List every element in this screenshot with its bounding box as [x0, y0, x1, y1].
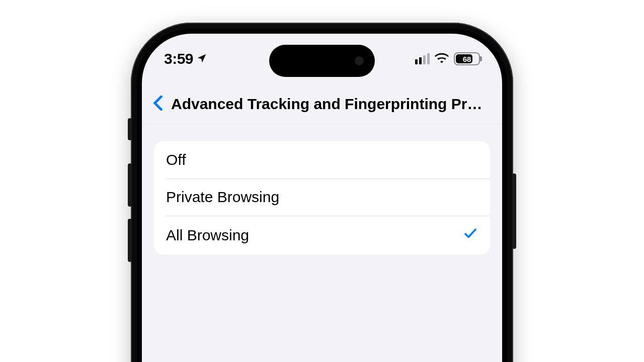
option-off[interactable]: Off — [154, 141, 490, 178]
options-list: Off Private Browsing All Browsing — [154, 141, 490, 254]
option-private-browsing[interactable]: Private Browsing — [154, 178, 490, 216]
cellular-icon — [415, 53, 430, 64]
option-label: Private Browsing — [166, 189, 279, 206]
nav-bar: Advanced Tracking and Fingerprinting Pro… — [142, 84, 502, 124]
silent-switch — [128, 118, 132, 140]
back-button[interactable] — [148, 93, 168, 115]
power-button — [512, 173, 516, 249]
status-right: 68 — [415, 52, 480, 65]
chevron-left-icon — [152, 95, 164, 113]
status-left: 3:59 — [164, 50, 207, 67]
volume-up-button — [128, 163, 132, 207]
status-time: 3:59 — [164, 50, 193, 67]
screen: 3:59 68 — [142, 34, 502, 362]
dynamic-island — [269, 45, 375, 77]
option-label: All Browsing — [166, 227, 249, 244]
option-all-browsing[interactable]: All Browsing — [154, 216, 490, 254]
option-label: Off — [166, 151, 186, 168]
checkmark-icon — [463, 226, 478, 244]
phone-frame: 3:59 68 — [131, 23, 513, 362]
wifi-icon — [435, 52, 449, 65]
volume-down-button — [128, 219, 132, 262]
battery-icon: 68 — [454, 52, 480, 65]
location-icon — [196, 50, 207, 67]
battery-percent: 68 — [463, 55, 471, 63]
page-title: Advanced Tracking and Fingerprinting Pro… — [168, 96, 493, 113]
phone-bezel: 3:59 68 — [137, 29, 507, 362]
